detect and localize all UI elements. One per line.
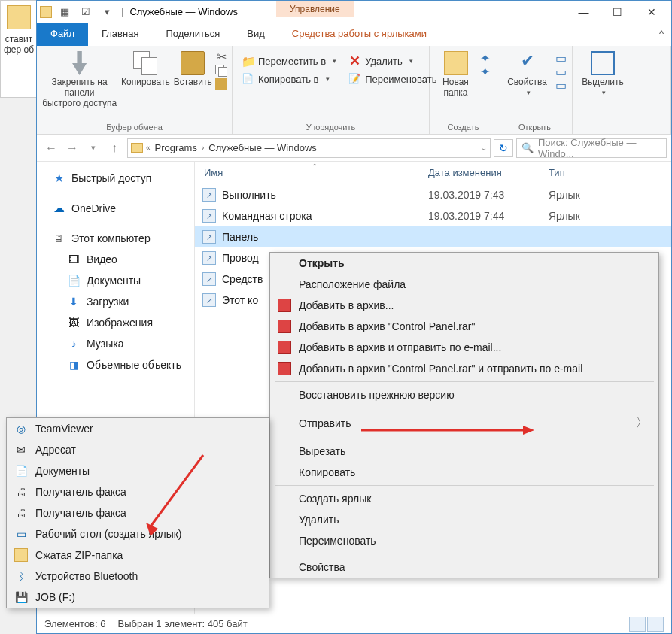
sidebar-onedrive[interactable]: ☁OneDrive	[37, 198, 194, 219]
cm-rename[interactable]: Переименовать	[270, 530, 658, 551]
rar-icon	[278, 320, 291, 333]
navigation-row: ← → ▾ ↑ « Programs › Служебные — Windows…	[37, 135, 671, 162]
sendto-teamviewer[interactable]: ◎TeamViewer	[7, 418, 269, 439]
sendto-fax2[interactable]: 🖨Получатель факса	[7, 502, 269, 523]
tab-view[interactable]: Вид	[233, 23, 278, 46]
tab-shortcut-tools[interactable]: Средства работы с ярлыками	[278, 23, 440, 46]
cm-create-shortcut[interactable]: Создать ярлык	[270, 488, 658, 509]
shortcut-icon: ↗	[202, 230, 216, 244]
rename-icon: 📝	[348, 73, 360, 85]
pin-icon	[68, 51, 92, 75]
manage-contextual-tab[interactable]: Управление	[276, 1, 354, 17]
titlebar[interactable]: ▦ ☑ ▾ | Служебные — Windows Управление —…	[37, 1, 671, 23]
pin-quick-access-button[interactable]: Закрепить на панели быстрого доступа	[41, 48, 117, 108]
cm-add-rar-email[interactable]: Добавить в архив "Control Panel.rar" и о…	[270, 358, 658, 379]
file-row-selected[interactable]: ↗Панель	[195, 226, 671, 247]
move-to-button[interactable]: 📁Переместить в▾	[237, 53, 341, 69]
column-date[interactable]: Дата изменения	[428, 167, 549, 178]
qat-properties-icon[interactable]: ▦	[56, 4, 73, 20]
new-folder-button[interactable]: Новая папка	[434, 48, 477, 98]
column-type[interactable]: Тип	[549, 167, 671, 178]
copy-to-icon: 📄	[242, 73, 254, 85]
rar-icon	[278, 341, 291, 354]
copy-path-icon[interactable]	[215, 65, 227, 77]
cut-icon[interactable]: ✂	[215, 51, 227, 63]
address-bar[interactable]: « Programs › Служебные — Windows ⌄	[127, 138, 491, 158]
qat-dropdown-icon[interactable]: ▾	[99, 4, 115, 20]
cm-send-to[interactable]: Отправить〉	[270, 411, 658, 435]
view-details-button[interactable]	[629, 617, 646, 632]
close-button[interactable]: ✕	[634, 1, 668, 23]
sort-indicator-icon: ⌃	[312, 162, 318, 171]
window-title: Служебные — Windows	[129, 6, 238, 17]
new-folder-icon	[444, 51, 468, 75]
file-row[interactable]: ↗Выполнить 19.03.2019 7:43 Ярлык	[195, 184, 671, 205]
sendto-zip[interactable]: Сжатая ZIP-папка	[7, 545, 269, 566]
up-button[interactable]: ↑	[105, 138, 124, 158]
cm-cut[interactable]: Вырезать	[270, 441, 658, 462]
cm-add-rar[interactable]: Добавить в архив "Control Panel.rar"	[270, 316, 658, 337]
cm-properties[interactable]: Свойства	[270, 557, 658, 578]
copy-to-button[interactable]: 📄Копировать в▾	[237, 71, 341, 87]
maximize-button[interactable]: ☐	[601, 1, 634, 23]
sidebar-music[interactable]: ♪Музыка	[37, 333, 194, 354]
sendto-desktop-shortcut[interactable]: ▭Рабочий стол (создать ярлык)	[7, 523, 269, 545]
ribbon: Закрепить на панели быстрого доступа Коп…	[37, 46, 671, 135]
sidebar-video[interactable]: 🎞Видео	[37, 249, 194, 270]
delete-button[interactable]: ✕Удалить▾	[344, 53, 441, 69]
status-item-count: Элементов: 6	[44, 618, 105, 629]
column-name[interactable]: Имя⌃	[195, 167, 428, 178]
background-paste-label: ставит	[1, 34, 37, 44]
back-button[interactable]: ←	[41, 138, 61, 158]
sidebar-downloads[interactable]: ⬇Загрузки	[37, 291, 194, 312]
sidebar-pictures[interactable]: 🖼Изображения	[37, 312, 194, 333]
sendto-documents[interactable]: 📄Документы	[7, 460, 269, 481]
tab-share[interactable]: Поделиться	[152, 23, 233, 46]
sidebar-documents[interactable]: 📄Документы	[37, 270, 194, 291]
file-row[interactable]: ↗Командная строка 19.03.2019 7:44 Ярлык	[195, 205, 671, 226]
properties-button[interactable]: ✔ Свойства ▾	[502, 48, 552, 96]
pictures-icon: 🖼	[67, 316, 81, 329]
refresh-button[interactable]: ↻	[494, 139, 513, 157]
tab-home[interactable]: Главная	[88, 23, 152, 46]
sendto-mail-recipient[interactable]: ✉Адресат	[7, 439, 269, 460]
cm-delete[interactable]: Удалить	[270, 509, 658, 530]
sidebar-this-pc[interactable]: 🖥Этот компьютер	[37, 228, 194, 249]
cm-open[interactable]: Открыть	[270, 253, 658, 274]
chevron-icon: ›	[202, 144, 204, 152]
cm-restore-version[interactable]: Восстановить прежнюю версию	[270, 384, 658, 405]
rename-button[interactable]: 📝Переименовать	[344, 71, 441, 87]
cm-file-location[interactable]: Расположение файла	[270, 274, 658, 295]
sendto-drive-f[interactable]: 💾JOB (F:)	[7, 587, 269, 608]
desktop-icon: ▭	[14, 527, 28, 541]
rar-icon	[278, 299, 291, 312]
view-large-button[interactable]	[647, 617, 664, 632]
search-input[interactable]: 🔍 Поиск: Служебные — Windo...	[516, 138, 667, 158]
sendto-fax1[interactable]: 🖨Получатель факса	[7, 481, 269, 502]
qat-check-icon[interactable]: ☑	[78, 4, 94, 20]
drive-icon: 💾	[14, 590, 28, 604]
breadcrumb-programs[interactable]: Programs	[154, 142, 199, 153]
cloud-icon: ☁	[52, 202, 65, 215]
address-dropdown-icon[interactable]: ⌄	[481, 144, 487, 152]
ribbon-collapse-icon[interactable]: ^	[652, 23, 671, 46]
sidebar-3d-objects[interactable]: ◨Объемные объекть	[37, 354, 194, 375]
cm-copy[interactable]: Копировать	[270, 462, 658, 483]
breadcrumb-current[interactable]: Служебные — Windows	[207, 142, 318, 153]
search-icon: 🔍	[521, 142, 534, 153]
tab-file[interactable]: Файл	[37, 23, 88, 46]
background-clip-label: фер об	[1, 44, 37, 55]
forward-button[interactable]: →	[62, 138, 82, 158]
paste-button[interactable]: Вставить	[173, 48, 212, 87]
organize-group-label: Упорядочить	[237, 120, 424, 134]
cm-add-archive[interactable]: Добавить в архив...	[270, 295, 658, 316]
sidebar-quick-access[interactable]: ★Быстрый доступ	[37, 168, 194, 189]
minimize-button[interactable]: —	[567, 1, 601, 23]
history-dropdown[interactable]: ▾	[84, 138, 103, 158]
copy-button[interactable]: Копировать	[120, 48, 170, 87]
cm-add-email[interactable]: Добавить в архив и отправить по e-mail..…	[270, 337, 658, 358]
sendto-bluetooth[interactable]: ᛒУстройство Bluetooth	[7, 566, 269, 587]
paste-shortcut-icon[interactable]	[215, 78, 227, 90]
select-button[interactable]: Выделить ▾	[577, 48, 628, 96]
cube-icon: ◨	[67, 358, 81, 372]
